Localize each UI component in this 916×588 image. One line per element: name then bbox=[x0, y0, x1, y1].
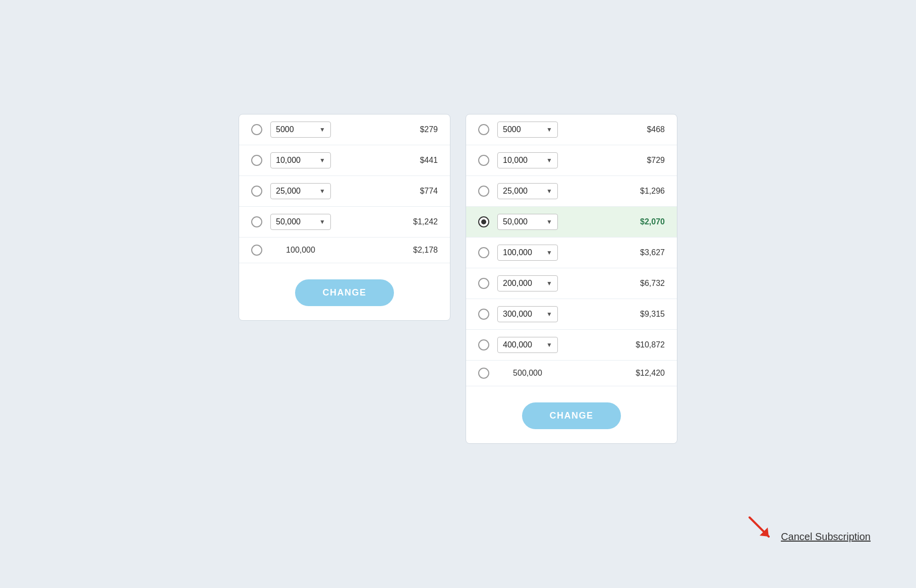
chevron-down-icon: ▼ bbox=[319, 126, 325, 133]
quantity-dropdown[interactable]: 400,000▼ bbox=[497, 337, 558, 353]
quantity-dropdown[interactable]: 200,000▼ bbox=[497, 275, 558, 291]
chevron-down-icon: ▼ bbox=[546, 157, 552, 164]
chevron-down-icon: ▼ bbox=[546, 311, 552, 318]
chevron-down-icon: ▼ bbox=[319, 188, 325, 195]
plan-row[interactable]: 25,000▼$774 bbox=[239, 176, 450, 207]
chevron-down-icon: ▼ bbox=[319, 157, 325, 164]
chevron-down-icon: ▼ bbox=[546, 188, 552, 195]
price-label: $468 bbox=[624, 125, 665, 134]
price-label: $774 bbox=[397, 187, 438, 196]
left-change-button[interactable]: CHANGE bbox=[295, 279, 393, 306]
radio-button[interactable] bbox=[478, 186, 489, 197]
page-container: 5000▼$27910,000▼$44125,000▼$77450,000▼$1… bbox=[0, 0, 916, 588]
price-label: $279 bbox=[397, 125, 438, 134]
plan-row[interactable]: 50,000▼$2,070 bbox=[466, 207, 677, 238]
quantity-dropdown[interactable]: 5000▼ bbox=[270, 122, 331, 138]
quantity-dropdown[interactable]: 50,000▼ bbox=[270, 214, 331, 230]
cancel-link-container: Cancel Subscription bbox=[745, 512, 871, 543]
quantity-label: 50,000 bbox=[276, 217, 301, 226]
quantity-dropdown[interactable]: 25,000▼ bbox=[497, 183, 558, 199]
plan-row[interactable]: 100,000▼$3,627 bbox=[466, 238, 677, 268]
quantity-label: 300,000 bbox=[503, 310, 532, 319]
quantity-label: 500,000 bbox=[497, 369, 558, 378]
radio-button[interactable] bbox=[478, 368, 489, 379]
cancel-arrow-icon bbox=[745, 512, 775, 543]
quantity-label: 25,000 bbox=[503, 187, 528, 196]
radio-button[interactable] bbox=[478, 278, 489, 289]
quantity-label: 10,000 bbox=[276, 156, 301, 165]
chevron-down-icon: ▼ bbox=[546, 126, 552, 133]
price-label: $729 bbox=[624, 156, 665, 165]
price-label: $441 bbox=[397, 156, 438, 165]
plan-row[interactable]: 5000▼$468 bbox=[466, 114, 677, 145]
chevron-down-icon: ▼ bbox=[546, 249, 552, 256]
quantity-dropdown[interactable]: 25,000▼ bbox=[270, 183, 331, 199]
radio-button[interactable] bbox=[478, 216, 489, 227]
plan-row[interactable]: 300,000▼$9,315 bbox=[466, 299, 677, 330]
radio-button[interactable] bbox=[478, 247, 489, 258]
plan-row[interactable]: 10,000▼$441 bbox=[239, 145, 450, 176]
quantity-label: 100,000 bbox=[270, 246, 331, 255]
price-label: $2,070 bbox=[624, 217, 665, 226]
quantity-label: 5000 bbox=[503, 125, 521, 134]
price-label: $12,420 bbox=[624, 369, 665, 378]
quantity-label: 200,000 bbox=[503, 279, 532, 288]
chevron-down-icon: ▼ bbox=[546, 218, 552, 225]
plan-row[interactable]: 5000▼$279 bbox=[239, 114, 450, 145]
quantity-dropdown[interactable]: 10,000▼ bbox=[270, 152, 331, 168]
radio-button[interactable] bbox=[478, 155, 489, 166]
price-label: $9,315 bbox=[624, 310, 665, 319]
quantity-label: 10,000 bbox=[503, 156, 528, 165]
quantity-dropdown[interactable]: 100,000▼ bbox=[497, 245, 558, 261]
plan-row[interactable]: 400,000▼$10,872 bbox=[466, 330, 677, 361]
radio-button[interactable] bbox=[478, 124, 489, 135]
quantity-label: 25,000 bbox=[276, 187, 301, 196]
price-label: $10,872 bbox=[624, 340, 665, 349]
plan-row[interactable]: 10,000▼$729 bbox=[466, 145, 677, 176]
radio-button[interactable] bbox=[251, 186, 262, 197]
radio-button[interactable] bbox=[478, 309, 489, 320]
plan-row[interactable]: 25,000▼$1,296 bbox=[466, 176, 677, 207]
quantity-label: 5000 bbox=[276, 125, 294, 134]
plan-row[interactable]: 100,000$2,178 bbox=[239, 238, 450, 263]
quantity-dropdown[interactable]: 5000▼ bbox=[497, 122, 558, 138]
plan-row[interactable]: 50,000▼$1,242 bbox=[239, 207, 450, 238]
price-label: $6,732 bbox=[624, 279, 665, 288]
radio-button[interactable] bbox=[251, 155, 262, 166]
radio-button[interactable] bbox=[251, 216, 262, 227]
radio-button[interactable] bbox=[251, 124, 262, 135]
left-button-section: CHANGE bbox=[239, 263, 450, 320]
price-label: $3,627 bbox=[624, 248, 665, 257]
radio-button[interactable] bbox=[251, 245, 262, 256]
plan-row[interactable]: 500,000$12,420 bbox=[466, 361, 677, 386]
radio-button[interactable] bbox=[478, 339, 489, 350]
price-label: $1,296 bbox=[624, 187, 665, 196]
quantity-dropdown[interactable]: 300,000▼ bbox=[497, 306, 558, 322]
left-plan-card: 5000▼$27910,000▼$44125,000▼$77450,000▼$1… bbox=[239, 114, 450, 321]
right-button-section: CHANGE bbox=[466, 386, 677, 443]
cancel-subscription-link[interactable]: Cancel Subscription bbox=[781, 531, 871, 543]
quantity-label: 50,000 bbox=[503, 217, 528, 226]
plan-row[interactable]: 200,000▼$6,732 bbox=[466, 268, 677, 299]
right-change-button[interactable]: CHANGE bbox=[522, 402, 620, 429]
chevron-down-icon: ▼ bbox=[319, 218, 325, 225]
quantity-dropdown[interactable]: 50,000▼ bbox=[497, 214, 558, 230]
price-label: $2,178 bbox=[397, 246, 438, 255]
right-plan-card: 5000▼$46810,000▼$72925,000▼$1,29650,000▼… bbox=[466, 114, 677, 444]
quantity-dropdown[interactable]: 10,000▼ bbox=[497, 152, 558, 168]
main-content: 5000▼$27910,000▼$44125,000▼$77450,000▼$1… bbox=[239, 114, 677, 444]
quantity-label: 400,000 bbox=[503, 340, 532, 349]
chevron-down-icon: ▼ bbox=[546, 280, 552, 287]
price-label: $1,242 bbox=[397, 217, 438, 226]
chevron-down-icon: ▼ bbox=[546, 341, 552, 348]
quantity-label: 100,000 bbox=[503, 248, 532, 257]
